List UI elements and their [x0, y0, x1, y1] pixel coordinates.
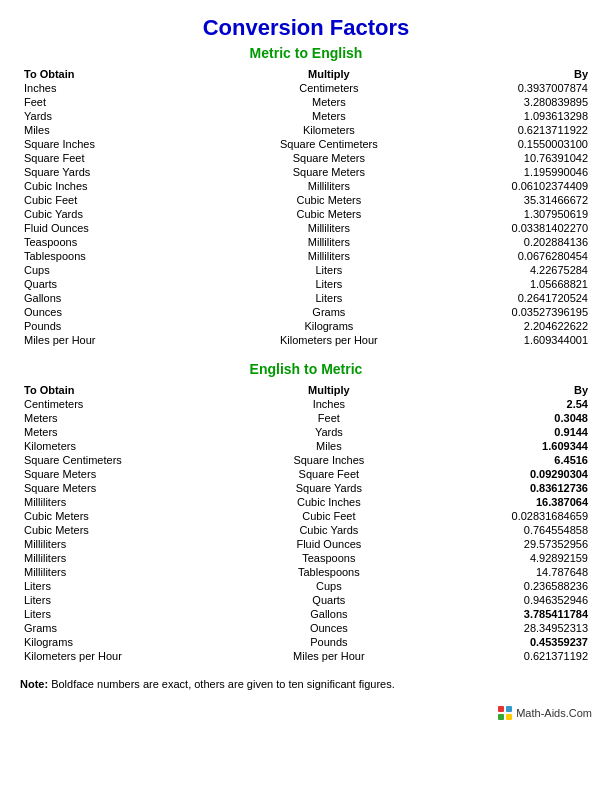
to-obtain-cell: Meters: [20, 425, 220, 439]
by-cell: 16.387064: [438, 495, 592, 509]
multiply-cell: Miles: [220, 439, 437, 453]
note-section: Note: Boldface numbers are exact, others…: [20, 677, 592, 692]
multiply-cell: Liters: [220, 263, 437, 277]
table-row: Liters Cups 0.236588236: [20, 579, 592, 593]
by-cell: 2.204622622: [438, 319, 592, 333]
table-row: Meters Feet 0.3048: [20, 411, 592, 425]
table-row: Yards Meters 1.093613298: [20, 109, 592, 123]
by-cell: 1.307950619: [438, 207, 592, 221]
table-row: Cubic Meters Cubic Feet 0.02831684659: [20, 509, 592, 523]
table-row: Kilograms Pounds 0.45359237: [20, 635, 592, 649]
table-row: Milliliters Teaspoons 4.92892159: [20, 551, 592, 565]
to-obtain-cell: Cubic Inches: [20, 179, 220, 193]
table-row: Pounds Kilograms 2.204622622: [20, 319, 592, 333]
by-cell: 0.0676280454: [438, 249, 592, 263]
section1-heading: Metric to English: [20, 45, 592, 61]
to-obtain-cell: Square Meters: [20, 481, 220, 495]
table-row: Quarts Liters 1.05668821: [20, 277, 592, 291]
to-obtain-cell: Liters: [20, 579, 220, 593]
multiply-cell: Quarts: [220, 593, 437, 607]
table-row: Tablespoons Milliliters 0.0676280454: [20, 249, 592, 263]
multiply-cell: Inches: [220, 397, 437, 411]
to-obtain-cell: Square Inches: [20, 137, 220, 151]
to-obtain-cell: Feet: [20, 95, 220, 109]
to-obtain-cell: Kilometers: [20, 439, 220, 453]
to-obtain-cell: Pounds: [20, 319, 220, 333]
multiply-cell: Square Meters: [220, 151, 437, 165]
to-obtain-cell: Cubic Yards: [20, 207, 220, 221]
to-obtain-cell: Square Meters: [20, 467, 220, 481]
by-cell: 28.34952313: [438, 621, 592, 635]
logo-bl: [498, 714, 504, 720]
english-to-metric-table: To Obtain Multiply By Centimeters Inches…: [20, 383, 592, 663]
logo-tr: [506, 706, 512, 712]
multiply-cell: Liters: [220, 291, 437, 305]
to-obtain-cell: Cubic Meters: [20, 509, 220, 523]
multiply-cell: Ounces: [220, 621, 437, 635]
table-row: Miles per Hour Kilometers per Hour 1.609…: [20, 333, 592, 347]
by-cell: 35.31466672: [438, 193, 592, 207]
by-cell: 0.202884136: [438, 235, 592, 249]
col-header-multiply: Multiply: [220, 67, 437, 81]
to-obtain-cell: Meters: [20, 411, 220, 425]
table-row: Inches Centimeters 0.3937007874: [20, 81, 592, 95]
col-header-by2: By: [438, 383, 592, 397]
to-obtain-cell: Miles: [20, 123, 220, 137]
multiply-cell: Kilometers: [220, 123, 437, 137]
by-cell: 0.3937007874: [438, 81, 592, 95]
multiply-cell: Kilograms: [220, 319, 437, 333]
note-label: Note:: [20, 678, 48, 690]
by-cell: 0.6213711922: [438, 123, 592, 137]
by-cell: 0.09290304: [438, 467, 592, 481]
to-obtain-cell: Milliliters: [20, 537, 220, 551]
table-row: Gallons Liters 0.2641720524: [20, 291, 592, 305]
to-obtain-cell: Gallons: [20, 291, 220, 305]
by-cell: 2.54: [438, 397, 592, 411]
multiply-cell: Milliliters: [220, 249, 437, 263]
by-cell: 1.609344: [438, 439, 592, 453]
multiply-cell: Teaspoons: [220, 551, 437, 565]
table-row: Feet Meters 3.280839895: [20, 95, 592, 109]
by-cell: 0.03527396195: [438, 305, 592, 319]
by-cell: 0.3048: [438, 411, 592, 425]
to-obtain-cell: Kilograms: [20, 635, 220, 649]
by-cell: 6.4516: [438, 453, 592, 467]
multiply-cell: Milliliters: [220, 235, 437, 249]
by-cell: 0.946352946: [438, 593, 592, 607]
to-obtain-cell: Cubic Meters: [20, 523, 220, 537]
footer: Math-Aids.Com: [20, 702, 592, 720]
table-row: Cubic Yards Cubic Meters 1.307950619: [20, 207, 592, 221]
multiply-cell: Cubic Inches: [220, 495, 437, 509]
to-obtain-cell: Cups: [20, 263, 220, 277]
multiply-cell: Square Feet: [220, 467, 437, 481]
table-row: Cubic Meters Cubic Yards 0.764554858: [20, 523, 592, 537]
multiply-cell: Square Inches: [220, 453, 437, 467]
logo-br: [506, 714, 512, 720]
multiply-cell: Meters: [220, 109, 437, 123]
table-row: Milliliters Tablespoons 14.787648: [20, 565, 592, 579]
table-row: Ounces Grams 0.03527396195: [20, 305, 592, 319]
to-obtain-cell: Milliliters: [20, 551, 220, 565]
by-cell: 10.76391042: [438, 151, 592, 165]
metric-to-english-table: To Obtain Multiply By Inches Centimeters…: [20, 67, 592, 347]
table-row: Cubic Inches Milliliters 0.06102374409: [20, 179, 592, 193]
to-obtain-cell: Ounces: [20, 305, 220, 319]
table-row: Cups Liters 4.22675284: [20, 263, 592, 277]
multiply-cell: Milliliters: [220, 221, 437, 235]
to-obtain-cell: Cubic Feet: [20, 193, 220, 207]
by-cell: 4.92892159: [438, 551, 592, 565]
table-row: Square Feet Square Meters 10.76391042: [20, 151, 592, 165]
by-cell: 1.093613298: [438, 109, 592, 123]
by-cell: 0.1550003100: [438, 137, 592, 151]
col-header-to-obtain: To Obtain: [20, 67, 220, 81]
col-header-to-obtain2: To Obtain: [20, 383, 220, 397]
math-aids-logo-icon: [498, 706, 512, 720]
table-row: Milliliters Fluid Ounces 29.57352956: [20, 537, 592, 551]
by-cell: 1.609344001: [438, 333, 592, 347]
table-row: Cubic Feet Cubic Meters 35.31466672: [20, 193, 592, 207]
table-row: Milliliters Cubic Inches 16.387064: [20, 495, 592, 509]
multiply-cell: Cups: [220, 579, 437, 593]
multiply-cell: Cubic Yards: [220, 523, 437, 537]
by-cell: 1.05668821: [438, 277, 592, 291]
table-row: Liters Gallons 3.785411784: [20, 607, 592, 621]
